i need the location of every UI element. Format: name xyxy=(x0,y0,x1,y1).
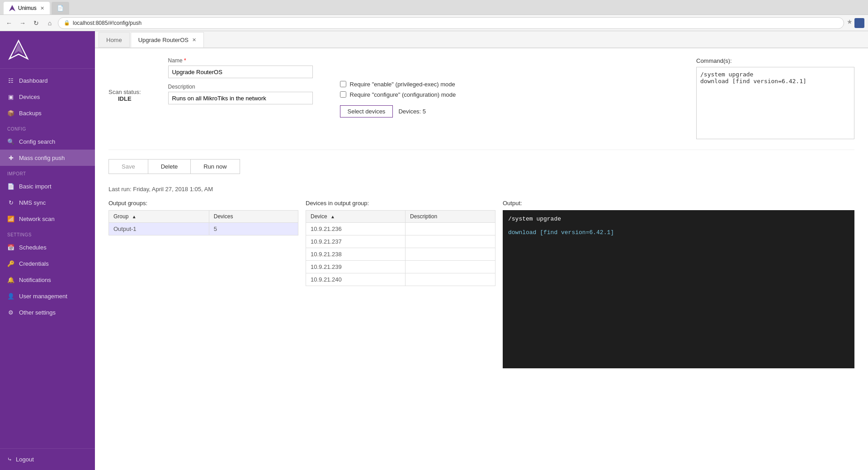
last-run: Last run: Friday, April 27, 2018 1:05, A… xyxy=(108,186,854,193)
form-left: Scan status: IDLE xyxy=(108,57,150,141)
description-input[interactable] xyxy=(168,92,313,104)
devices-col-header[interactable]: Devices xyxy=(209,211,298,223)
sidebar-item-schedules[interactable]: 📅 Schedules xyxy=(0,239,95,255)
desc-cell xyxy=(406,235,495,248)
desc-cell xyxy=(406,248,495,261)
sidebar-item-credentials[interactable]: 🔑 Credentials xyxy=(0,255,95,272)
bookmark-icon[interactable]: ★ xyxy=(847,18,853,28)
sidebar-item-other-settings[interactable]: ⚙ Other settings xyxy=(0,304,95,320)
name-input[interactable] xyxy=(168,66,313,78)
name-group: Name * xyxy=(168,57,313,78)
table-row[interactable]: 10.9.21.239 xyxy=(306,261,495,273)
commands-textarea[interactable]: /system upgrade download [find version=6… xyxy=(696,67,854,139)
new-tab[interactable]: 📄 xyxy=(52,2,69,14)
terminal-line-1: /system upgrade xyxy=(508,216,849,222)
calendar-icon: 📅 xyxy=(7,244,14,251)
extension-icon[interactable] xyxy=(854,18,864,28)
require-enable-label: Require "enable" (privileged-exec) mode xyxy=(350,81,455,88)
select-devices-button[interactable]: Select devices xyxy=(340,105,393,118)
sidebar-item-devices[interactable]: ▣ Devices xyxy=(0,89,95,105)
tab-close-btn[interactable]: ✕ xyxy=(40,5,44,11)
grid-icon: ☷ xyxy=(7,77,14,84)
output-groups-table: Group ▲ Devices Output-1 xyxy=(108,210,298,235)
require-configure-row[interactable]: Require "configure" (configuration) mode xyxy=(340,91,669,98)
device-cell: 10.9.21.239 xyxy=(306,261,406,273)
require-enable-row[interactable]: Require "enable" (privileged-exec) mode xyxy=(340,81,669,88)
require-enable-checkbox[interactable] xyxy=(340,81,346,87)
tab-label: Unimus xyxy=(18,5,37,11)
tab-home-label: Home xyxy=(106,37,122,43)
description-col-header[interactable]: Description xyxy=(406,211,495,223)
new-tab-icon: 📄 xyxy=(57,5,64,11)
terminal-line-2: download [find version=6.42.1] xyxy=(508,229,849,236)
scan-status-value: IDLE xyxy=(108,95,141,102)
content-area: Home Upgrade RouterOS ✕ Scan status: IDL… xyxy=(95,31,868,470)
description-label: Description xyxy=(168,84,313,90)
sidebar-item-nms-sync[interactable]: ↻ NMS sync xyxy=(0,194,95,211)
sidebar-label-notifications: Notifications xyxy=(19,277,51,283)
key-icon: 🔑 xyxy=(7,260,14,267)
devices-in-group-col: Devices in output group: Device ▲ Descri… xyxy=(306,200,495,368)
section-import: IMPORT xyxy=(0,166,95,178)
tab-upgrade-routeros-close[interactable]: ✕ xyxy=(192,37,196,43)
bell-icon: 🔔 xyxy=(7,276,14,283)
require-configure-checkbox[interactable] xyxy=(340,91,346,98)
action-row: Save Delete Run now xyxy=(108,159,854,181)
require-configure-label: Require "configure" (configuration) mode xyxy=(350,91,456,98)
tab-home[interactable]: Home xyxy=(99,32,130,47)
group-cell: Output-1 xyxy=(109,223,209,235)
sidebar-item-notifications[interactable]: 🔔 Notifications xyxy=(0,272,95,288)
logout-button[interactable]: ⤷ Logout xyxy=(7,456,88,463)
run-now-button[interactable]: Run now xyxy=(191,159,240,174)
table-row[interactable]: 10.9.21.240 xyxy=(306,273,495,286)
sidebar-label-config-search: Config search xyxy=(19,138,55,145)
terminal-output-col: Output: /system upgrade download [find v… xyxy=(503,200,854,368)
sidebar-label-mass-config-push: Mass config push xyxy=(19,155,65,161)
sidebar-item-dashboard[interactable]: ☷ Dashboard xyxy=(0,72,95,89)
sidebar-item-config-search[interactable]: 🔍 Config search xyxy=(0,133,95,150)
sidebar-item-basic-import[interactable]: 📄 Basic import xyxy=(0,178,95,194)
group-col-header[interactable]: Group ▲ xyxy=(109,211,209,223)
table-row[interactable]: 10.9.21.236 xyxy=(306,223,495,235)
archive-icon: 📦 xyxy=(7,109,14,117)
table-row[interactable]: 10.9.21.237 xyxy=(306,235,495,248)
sync-icon: ↻ xyxy=(7,199,14,206)
home-button[interactable]: ⌂ xyxy=(44,18,55,28)
address-bar[interactable]: 🔒 localhost:8085/#!config/push xyxy=(58,17,844,29)
lock-icon: 🔒 xyxy=(64,20,70,26)
sidebar-item-network-scan[interactable]: 📶 Network scan xyxy=(0,211,95,227)
back-button[interactable]: ← xyxy=(4,18,14,28)
svg-marker-1 xyxy=(14,43,23,54)
refresh-button[interactable]: ↻ xyxy=(31,18,42,28)
commands-label: Command(s): xyxy=(696,57,854,64)
form-center: Name * Description xyxy=(168,57,313,141)
group-sort-arrow: ▲ xyxy=(132,214,137,219)
terminal-output-label: Output: xyxy=(503,200,854,207)
sidebar-item-backups[interactable]: 📦 Backups xyxy=(0,105,95,121)
tab-upgrade-routeros[interactable]: Upgrade RouterOS ✕ xyxy=(131,32,204,47)
checkbox-group: Require "enable" (privileged-exec) mode … xyxy=(340,81,669,98)
main-content: Scan status: IDLE Name * Description xyxy=(95,48,868,470)
devices-in-group-table: Device ▲ Description 10.9.21.236 xyxy=(306,210,495,286)
section-settings: SETTINGS xyxy=(0,227,95,239)
server-icon: ▣ xyxy=(7,93,14,100)
name-label: Name * xyxy=(168,57,313,64)
save-button[interactable]: Save xyxy=(108,159,148,174)
active-tab[interactable]: Unimus ✕ xyxy=(4,2,50,14)
select-devices-row: Select devices Devices: 5 xyxy=(340,105,669,118)
delete-button[interactable]: Delete xyxy=(148,159,191,174)
sidebar-item-user-management[interactable]: 👤 User management xyxy=(0,288,95,304)
browser-chrome: Unimus ✕ 📄 ← → ↻ ⌂ 🔒 localhost:8085/#!co… xyxy=(0,0,868,31)
section-config: CONFIG xyxy=(0,121,95,133)
sidebar-label-dashboard: Dashboard xyxy=(19,77,48,84)
table-row[interactable]: Output-1 5 xyxy=(109,223,298,235)
devices-cell: 5 xyxy=(209,223,298,235)
action-buttons: Save Delete Run now xyxy=(108,159,240,174)
forward-button[interactable]: → xyxy=(17,18,28,28)
terminal-output: /system upgrade download [find version=6… xyxy=(503,210,854,368)
devices-in-group-label: Devices in output group: xyxy=(306,200,495,207)
table-row[interactable]: 10.9.21.238 xyxy=(306,248,495,261)
desc-cell xyxy=(406,223,495,235)
sidebar-item-mass-config-push[interactable]: ✚ Mass config push xyxy=(0,150,95,166)
device-col-header[interactable]: Device ▲ xyxy=(306,211,406,223)
